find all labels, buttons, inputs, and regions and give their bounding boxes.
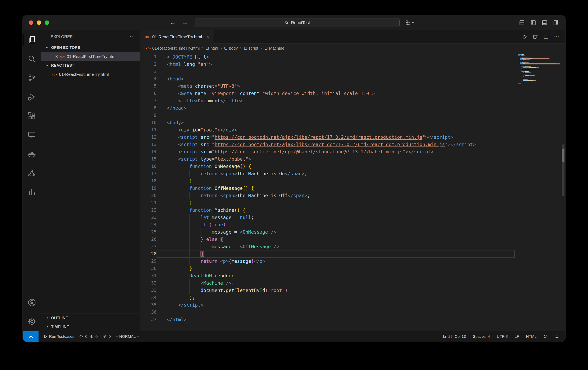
ports-indicator[interactable]: 0 [102, 334, 111, 339]
line-number[interactable]: 28 [140, 250, 157, 257]
line-number[interactable]: 23 [140, 214, 157, 221]
navigate-back-button[interactable]: ← [170, 19, 176, 26]
code-line[interactable]: 26 } else { [140, 236, 565, 243]
explorer-more-actions-button[interactable]: ⋯ [130, 34, 135, 40]
line-number[interactable]: 11 [140, 126, 157, 134]
indentation-status[interactable]: Spaces: 4 [473, 334, 490, 339]
profile-switcher-button[interactable] [405, 20, 415, 25]
code-line[interactable]: 18 } [140, 177, 565, 185]
breadcrumb-item[interactable]: body [224, 46, 238, 51]
line-number[interactable]: 36 [140, 308, 157, 316]
code-line[interactable]: 2<html lang="en"> [140, 61, 565, 68]
close-window-button[interactable] [29, 21, 33, 25]
breadcrumb-item[interactable]: Machine [265, 46, 284, 51]
code-line[interactable]: 15 <script type="text/babel"> [140, 155, 565, 163]
line-number[interactable]: 5 [140, 82, 157, 90]
sidebar-item-run-debug[interactable] [23, 87, 41, 106]
eol-status[interactable]: LF [514, 334, 519, 339]
line-number[interactable]: 27 [140, 243, 157, 250]
line-number[interactable]: 14 [140, 148, 157, 155]
toggle-secondary-sidebar-icon[interactable] [553, 20, 559, 26]
code-line[interactable]: 16 function OnMessage() { [140, 163, 565, 170]
open-preview-icon[interactable] [533, 34, 538, 40]
line-number[interactable]: 6 [140, 90, 157, 97]
code-line[interactable]: 19 function OffMessage() { [140, 185, 565, 192]
outline-section-header[interactable]: OUTLINE [41, 313, 140, 322]
code-line[interactable]: 23 let message = null; [140, 214, 565, 221]
code-line[interactable]: 9 [140, 112, 565, 119]
sidebar-item-chart[interactable] [23, 183, 41, 202]
command-center-search[interactable]: ReactTest [195, 18, 400, 27]
code-line[interactable]: 32 <Machine />, [140, 279, 565, 287]
editor-more-actions-button[interactable]: ⋯ [554, 34, 560, 40]
code-line[interactable]: 35 </script> [140, 301, 565, 308]
line-number[interactable]: 17 [140, 170, 157, 177]
customize-layout-icon[interactable] [519, 20, 525, 26]
minimize-window-button[interactable] [37, 21, 41, 25]
line-number[interactable]: 13 [140, 141, 157, 148]
sidebar-item-remote-explorer[interactable] [23, 125, 41, 144]
code-line[interactable]: 31 ReactDOM.render( [140, 272, 565, 279]
toggle-panel-icon[interactable] [542, 20, 547, 26]
line-number[interactable]: 9 [140, 112, 157, 119]
code-editor[interactable]: 1<!DOCTYPE html>2<html lang="en">34<head… [140, 53, 565, 331]
code-line[interactable]: 37</html> [140, 316, 565, 323]
editor-scrollbar[interactable] [560, 53, 565, 331]
run-file-button[interactable] [522, 34, 528, 40]
sidebar-item-hierarchy[interactable] [23, 164, 41, 183]
line-number[interactable]: 7 [140, 97, 157, 104]
problems-indicator[interactable]: 0 0 [79, 334, 97, 339]
breadcrumb-item[interactable]: script [244, 46, 258, 51]
sidebar-item-explorer[interactable] [23, 30, 41, 49]
open-editors-section-header[interactable]: OPEN EDITORS [41, 43, 140, 52]
zoom-window-button[interactable] [45, 21, 49, 25]
line-number[interactable]: 19 [140, 185, 157, 192]
line-number[interactable]: 26 [140, 236, 157, 243]
breadcrumb-item[interactable]: html [206, 46, 218, 51]
line-number[interactable]: 29 [140, 257, 157, 265]
close-tab-icon[interactable]: × [206, 34, 209, 40]
bell-icon[interactable] [555, 334, 559, 339]
code-line[interactable]: 20 return <span>The Machine is Off</span… [140, 192, 565, 199]
language-mode-status[interactable]: HTML [526, 334, 536, 339]
code-line[interactable]: 28 } [140, 250, 565, 257]
account-button[interactable] [23, 293, 41, 312]
line-number[interactable]: 16 [140, 163, 157, 170]
navigate-forward-button[interactable]: → [182, 19, 188, 26]
line-number[interactable]: 34 [140, 294, 157, 301]
sidebar-item-search[interactable] [23, 49, 41, 68]
code-line[interactable]: 6 <meta name="viewport" content="width=d… [140, 90, 565, 97]
tab-active-file[interactable]: <> 01-ReactFirstTimeTry.html × [140, 30, 214, 43]
code-line[interactable]: 1<!DOCTYPE html> [140, 53, 565, 61]
line-number[interactable]: 30 [140, 265, 157, 272]
code-line[interactable]: 8</head> [140, 104, 565, 112]
line-number[interactable]: 24 [140, 221, 157, 228]
code-line[interactable]: 7 <title>Document</title> [140, 97, 565, 104]
code-line[interactable]: 12 <script src="https://cdn.bootcdn.net/… [140, 134, 565, 141]
settings-button[interactable] [23, 312, 41, 331]
code-line[interactable]: 33 document.getElementById("root") [140, 287, 565, 294]
sidebar-item-extensions[interactable] [23, 106, 41, 125]
breadcrumb-item[interactable]: <>01-ReactFirstTimeTry.html [146, 46, 200, 51]
code-line[interactable]: 36 [140, 308, 565, 316]
minimap[interactable] [517, 53, 560, 84]
toggle-primary-sidebar-icon[interactable] [530, 20, 536, 26]
line-number[interactable]: 37 [140, 316, 157, 323]
line-number[interactable]: 3 [140, 68, 157, 75]
line-number[interactable]: 20 [140, 192, 157, 199]
feedback-smiley-icon[interactable] [543, 334, 548, 339]
open-editor-item[interactable]: × <> 01-ReactFirstTimeTry.html [41, 52, 140, 61]
code-line[interactable]: 13 <script src="https://cdn.bootcdn.net/… [140, 141, 565, 148]
file-tree-item[interactable]: <> 01-ReactFirstTimeTry.html [41, 70, 140, 79]
line-number[interactable]: 32 [140, 279, 157, 287]
code-line[interactable]: 3 [140, 68, 565, 75]
line-number[interactable]: 15 [140, 155, 157, 163]
remote-indicator[interactable]: >< [23, 331, 39, 342]
code-line[interactable]: 21 } [140, 199, 565, 206]
line-number[interactable]: 22 [140, 206, 157, 214]
code-line[interactable]: 29 return <p>{message}</p> [140, 257, 565, 265]
line-number[interactable]: 35 [140, 301, 157, 308]
line-number[interactable]: 33 [140, 287, 157, 294]
line-number[interactable]: 1 [140, 53, 157, 61]
line-number[interactable]: 21 [140, 199, 157, 206]
